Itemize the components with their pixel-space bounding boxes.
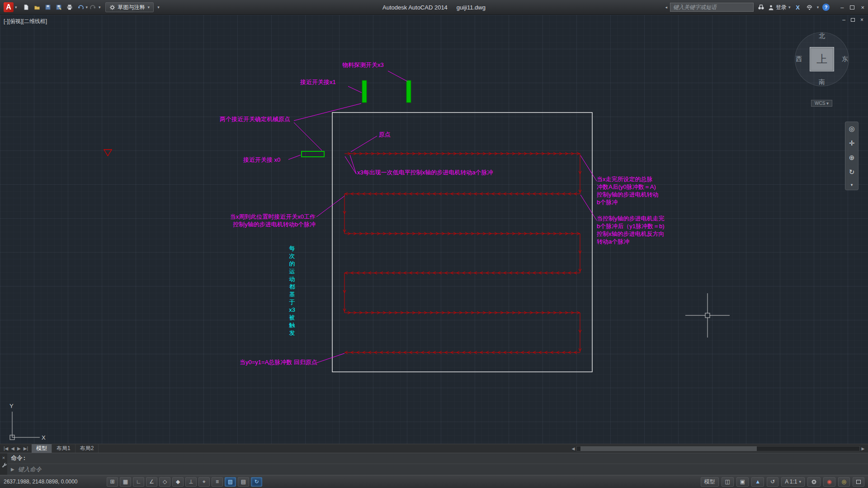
save-icon: [45, 4, 51, 10]
clean-screen-button[interactable]: [853, 477, 864, 487]
user-icon: [768, 5, 774, 10]
workspace-select[interactable]: 草图与注释 ▾: [105, 2, 154, 12]
navbar-more-icon[interactable]: ▾: [851, 183, 853, 187]
undo-icon: [77, 4, 84, 10]
ortho-toggle[interactable]: ∟: [133, 477, 144, 487]
switch-x1-rect[interactable]: [362, 80, 367, 103]
viewport-restore-button[interactable]: [851, 17, 855, 23]
tab-layout1[interactable]: 布局1: [52, 444, 75, 453]
viewcube-top-face[interactable]: 上: [810, 47, 834, 71]
annotation-origin: 原点: [379, 131, 391, 138]
drawing-canvas[interactable]: Y X [-][俯视][二维线框] – × 物料探测开关x3 接近开关接x1 两…: [0, 15, 868, 444]
help-button[interactable]: ?: [821, 3, 830, 12]
annotation-visibility-button[interactable]: ▲: [751, 477, 764, 487]
orbit-icon[interactable]: ↻: [849, 168, 855, 176]
performance-tuner-button[interactable]: ◉: [823, 477, 835, 487]
save-as-icon: [56, 4, 62, 10]
isolate-objects-button[interactable]: ◎: [838, 477, 850, 487]
open-button[interactable]: [32, 2, 42, 13]
selection-cycling-toggle[interactable]: ↻: [251, 477, 262, 487]
annotation-autoscale-button[interactable]: ↺: [767, 477, 778, 487]
osnap-3d-toggle[interactable]: ◆: [172, 477, 184, 487]
tab-model[interactable]: 模型: [32, 444, 52, 453]
infocenter-search-input[interactable]: [670, 3, 754, 12]
ucs-x-label: X: [42, 434, 46, 441]
command-side-strip: ×: [0, 453, 7, 475]
snap-toggle[interactable]: ⊞: [107, 477, 118, 487]
transparency-toggle[interactable]: ▨: [225, 477, 236, 487]
viewcube-west[interactable]: 西: [796, 55, 802, 63]
model-space-button[interactable]: 模型: [701, 477, 719, 487]
redo-button[interactable]: [88, 2, 99, 13]
prev-tab-button[interactable]: ◀: [11, 446, 14, 451]
autocad-logo-icon: A: [4, 2, 14, 12]
ucs-y-label: Y: [9, 403, 14, 409]
workspace-switch-button[interactable]: [807, 477, 821, 487]
infocenter-collapse-icon[interactable]: ◂: [665, 5, 668, 9]
zoom-icon[interactable]: ⊕: [849, 154, 855, 162]
tab-nav-buttons: |◀ ◀ ▶ ▶|: [0, 446, 32, 451]
serpentine-path[interactable]: [343, 152, 581, 354]
chevron-down-icon[interactable]: ▾: [817, 5, 819, 9]
undo-button[interactable]: [75, 2, 86, 13]
osnap-toggle[interactable]: ◇: [159, 477, 170, 487]
app-menu-button[interactable]: A ▾: [3, 1, 20, 13]
scroll-right-button[interactable]: ▶: [860, 446, 866, 451]
quick-view-layouts-button[interactable]: ◫: [722, 477, 734, 487]
work-area-frame[interactable]: [332, 113, 592, 372]
plot-button[interactable]: [64, 2, 75, 13]
triangle-marker[interactable]: [104, 150, 112, 156]
steering-wheel-icon[interactable]: ◎: [849, 125, 854, 133]
annotation-return-rule: 当y0=y1=A总脉冲数 回归原点: [240, 358, 317, 366]
annotation-scale-button[interactable]: A 1:1 ▾: [781, 477, 805, 487]
annotation-prox-x0: 接近开关接 x0: [243, 156, 280, 164]
next-tab-button[interactable]: ▶: [17, 446, 21, 451]
window-close-button[interactable]: ×: [861, 4, 864, 11]
quick-view-drawings-button[interactable]: ▣: [736, 477, 749, 487]
scrollbar-track[interactable]: [576, 446, 860, 451]
document-title: guiji11.dwg: [457, 4, 486, 11]
signin-button[interactable]: 登录 ▾: [768, 4, 791, 11]
scrollbar-thumb[interactable]: [580, 446, 757, 451]
last-tab-button[interactable]: ▶|: [24, 446, 28, 451]
command-close-button[interactable]: ×: [2, 455, 5, 460]
viewcube-east[interactable]: 东: [842, 55, 848, 63]
command-input[interactable]: ▶ 键入命令: [7, 464, 868, 475]
viewport-close-button[interactable]: ×: [860, 17, 863, 23]
quick-properties-toggle[interactable]: ▤: [238, 477, 249, 487]
pan-icon[interactable]: ✛: [849, 139, 855, 147]
grid-toggle[interactable]: ▦: [120, 477, 131, 487]
viewcube[interactable]: 北 南 西 东 上: [794, 31, 850, 87]
tab-layout2[interactable]: 布局2: [75, 444, 99, 453]
qat-customize-button[interactable]: ▾: [157, 5, 160, 9]
wrench-icon[interactable]: [1, 462, 7, 468]
viewport-label[interactable]: [-][俯视][二维线框]: [4, 18, 47, 25]
new-button[interactable]: [21, 2, 32, 13]
window-maximize-button[interactable]: [850, 4, 854, 11]
save-as-button[interactable]: [53, 2, 64, 13]
polar-toggle[interactable]: ∠: [146, 477, 157, 487]
lineweight-toggle[interactable]: ≡: [212, 477, 223, 487]
gear-icon: [811, 479, 817, 485]
communication-center-button[interactable]: [805, 3, 814, 12]
viewcube-south[interactable]: 南: [819, 78, 825, 86]
search-button[interactable]: [756, 3, 765, 12]
proximity-switches[interactable]: [302, 80, 411, 157]
save-button[interactable]: [42, 2, 53, 13]
printer-icon: [66, 4, 73, 10]
switch-x3-rect[interactable]: [406, 80, 411, 103]
dyn-input-toggle[interactable]: ⌖: [198, 477, 210, 487]
first-tab-button[interactable]: |◀: [4, 446, 8, 451]
switch-x0-rect[interactable]: [302, 151, 324, 157]
exchange-apps-button[interactable]: X: [793, 3, 802, 12]
wcs-label: WCS: [815, 101, 825, 106]
redo-dropdown-icon[interactable]: ▾: [99, 5, 101, 9]
ducs-toggle[interactable]: ⊥: [185, 477, 197, 487]
viewport-minimize-button[interactable]: –: [842, 17, 845, 23]
scroll-left-button[interactable]: ◀: [570, 446, 576, 451]
window-minimize-button[interactable]: –: [840, 4, 844, 11]
wcs-dropdown[interactable]: WCS ▾: [811, 100, 832, 107]
chevron-down-icon: ▾: [788, 5, 791, 9]
annotation-vertical-note: 每 次 的 运 动 都 基 于 x3 被 触 发: [287, 244, 297, 337]
viewcube-north[interactable]: 北: [819, 32, 825, 40]
